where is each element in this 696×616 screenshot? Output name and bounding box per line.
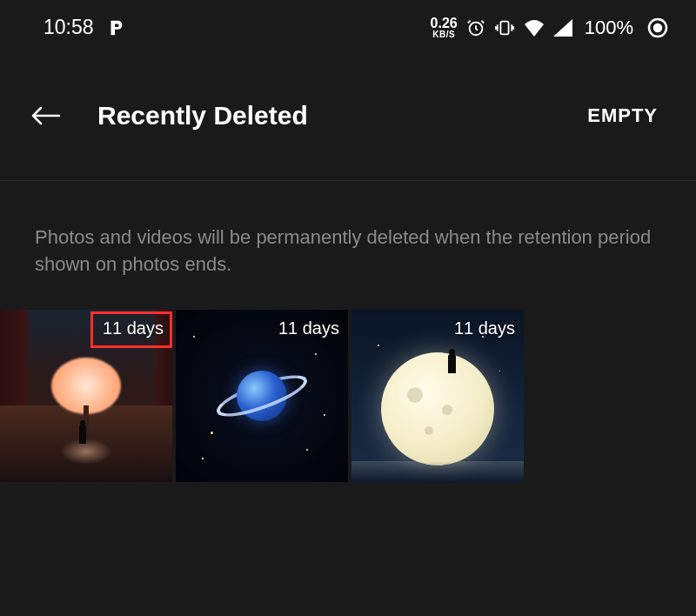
retention-days-label: 11 days bbox=[103, 318, 164, 338]
status-time: 10:58 bbox=[44, 16, 94, 39]
battery-percentage: 100% bbox=[585, 17, 633, 39]
wifi-icon bbox=[524, 19, 545, 37]
svg-point-3 bbox=[654, 24, 661, 31]
svg-rect-1 bbox=[500, 21, 508, 34]
empty-button[interactable]: EMPTY bbox=[587, 104, 658, 127]
net-speed-value: 0.26 bbox=[431, 17, 458, 30]
photo-thumbnail[interactable]: 11 days bbox=[351, 310, 524, 482]
vibrate-icon bbox=[494, 18, 515, 37]
photo-thumbnail[interactable]: 11 days bbox=[176, 310, 348, 482]
page-title: Recently Deleted bbox=[97, 101, 587, 131]
header: Recently Deleted EMPTY bbox=[0, 55, 696, 159]
photo-thumbnail[interactable]: 11 days bbox=[0, 310, 172, 482]
retention-days-label: 11 days bbox=[454, 318, 515, 338]
status-left: 10:58 bbox=[44, 16, 125, 39]
retention-days-label: 11 days bbox=[278, 318, 339, 338]
thumbnail-grid: 11 days 11 days 11 days bbox=[0, 310, 696, 482]
net-speed-unit: KB/S bbox=[432, 30, 455, 39]
alarm-icon bbox=[466, 18, 485, 37]
app-notification-icon bbox=[106, 18, 125, 37]
target-icon bbox=[647, 17, 668, 38]
info-text: Photos and videos will be permanently de… bbox=[0, 181, 696, 310]
cellular-signal-icon bbox=[553, 19, 572, 37]
arrow-left-icon bbox=[30, 105, 61, 126]
status-right: 0.26 KB/S 100% bbox=[431, 17, 668, 39]
status-bar: 10:58 0.26 KB/S 100% bbox=[0, 0, 696, 55]
network-speed: 0.26 KB/S bbox=[431, 17, 458, 39]
back-button[interactable] bbox=[28, 98, 63, 133]
